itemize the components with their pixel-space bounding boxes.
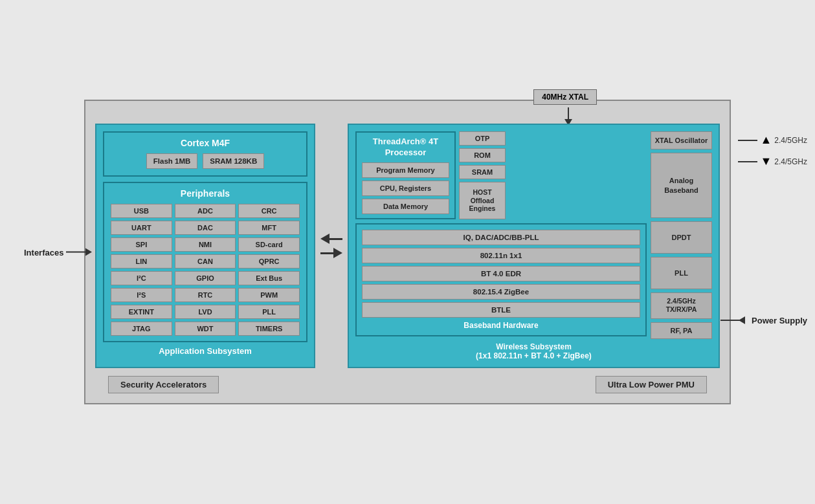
peri-dac: DAC — [175, 221, 236, 235]
sram-item: SRAM — [459, 165, 506, 179]
double-arrow-area — [320, 124, 342, 368]
peri-qprc: QPRC — [238, 254, 300, 268]
peri-extint: EXTINT — [111, 305, 172, 319]
peripherals-box: Peripherals USB ADC CRC UART DAC MFT SPI… — [103, 182, 307, 342]
power-supply-area: Power Supply — [720, 316, 807, 325]
rf-pa: RF, PA — [651, 322, 712, 339]
prog-mem: Program Memory — [362, 162, 449, 178]
dpdt: DPDT — [651, 221, 712, 254]
interfaces-label: Interfaces — [24, 247, 63, 257]
bb-bt: BT 4.0 EDR — [362, 266, 640, 281]
threadarch-box: ThreadArch® 4T Processor Program Memory … — [355, 131, 456, 219]
peri-pll: PLL — [238, 305, 300, 319]
security-accelerators: Security Accelerators — [108, 376, 219, 393]
peri-sdcard: SD-card — [238, 237, 300, 252]
baseband-items: IQ, DAC/ADC/BB-PLL 802.11n 1x1 BT 4.0 ED… — [362, 230, 640, 318]
peri-pwm: PWM — [238, 288, 300, 302]
antenna-1-row: ▲ 2.4/5GHz — [738, 133, 807, 147]
bb-zigbee: 802.15.4 ZigBee — [362, 284, 640, 300]
peri-usb: USB — [111, 204, 172, 218]
peri-extbus: Ext Bus — [238, 271, 300, 285]
threadarch-items: Program Memory CPU, Registers Data Memor… — [362, 162, 449, 214]
baseband-label: Baseband Hardware — [362, 321, 640, 330]
cpu-reg: CPU, Registers — [362, 181, 449, 196]
peri-lin: LIN — [111, 254, 172, 268]
peri-i2c: I²C — [111, 271, 172, 285]
wireless-label: Wireless Subsystem (1x1 802.11n + BT 4.0… — [355, 342, 712, 360]
cortex-title: Cortex M4F — [111, 138, 300, 148]
threadarch-title: ThreadArch® 4T Processor — [362, 137, 449, 159]
peri-crc: CRC — [238, 204, 300, 218]
power-supply-label: Power Supply — [752, 316, 807, 325]
baseband-box: IQ, DAC/ADC/BB-PLL 802.11n 1x1 BT 4.0 ED… — [355, 223, 647, 336]
app-subsystem-label: Application Subsystem — [103, 346, 307, 356]
bottom-row: Security Accelerators Ultra Low Power PM… — [95, 376, 720, 393]
wireless-top-section: ThreadArch® 4T Processor Program Memory … — [355, 131, 647, 219]
bb-iq: IQ, DAC/ADC/BB-PLL — [362, 230, 640, 245]
bb-btle: BTLE — [362, 302, 640, 318]
main-content-row: Cortex M4F Flash 1MB SRAM 128KB Peripher… — [95, 124, 720, 368]
cortex-box: Cortex M4F Flash 1MB SRAM 128KB — [103, 131, 307, 177]
peri-can: CAN — [175, 254, 236, 268]
peri-uart: UART — [111, 221, 172, 235]
xtal-osc: XTAL Oscillator — [651, 131, 712, 149]
xtal-arrow — [564, 107, 572, 126]
peri-mft: MFT — [238, 221, 300, 235]
wireless-subsystem: ThreadArch® 4T Processor Program Memory … — [348, 124, 720, 368]
peri-adc: ADC — [175, 204, 236, 218]
peri-nmi: NMI — [175, 237, 236, 252]
peri-rtc: RTC — [175, 288, 236, 302]
antenna-2-row: ▼ 2.4/5GHz — [738, 155, 807, 168]
cortex-items: Flash 1MB SRAM 128KB — [111, 153, 300, 169]
peri-lvd: LVD — [175, 305, 236, 319]
peri-wdt: WDT — [175, 322, 236, 336]
flash-item: Flash 1MB — [146, 153, 198, 169]
antenna1-label: 2.4/5GHz — [774, 136, 807, 145]
peri-gpio: GPIO — [175, 271, 236, 285]
peripherals-grid: USB ADC CRC UART DAC MFT SPI NMI SD-card… — [111, 204, 300, 336]
interfaces-label-area: Interfaces — [24, 247, 92, 257]
peri-jtag: JTAG — [111, 322, 172, 336]
sram-item: SRAM 128KB — [203, 153, 264, 169]
otp-item: OTP — [459, 131, 506, 146]
memory-host-col: OTP ROM SRAM HOST Offload Engines — [459, 131, 506, 219]
ultra-low-power-pmu: Ultra Low Power PMU — [596, 376, 707, 393]
analog-bb: Analog Baseband — [651, 153, 712, 217]
antennas-area: ▲ 2.4/5GHz ▼ 2.4/5GHz — [738, 133, 807, 168]
rf-column: XTAL Oscillator Analog Baseband DPDT PLL… — [651, 131, 712, 339]
data-mem: Data Memory — [362, 199, 449, 214]
host-offload: HOST Offload Engines — [459, 182, 506, 219]
peri-spi: SPI — [111, 237, 172, 252]
peri-timers: TIMERS — [238, 322, 300, 336]
peri-i2s: I²S — [111, 288, 172, 302]
main-diagram: 40MHz XTAL Interfaces Power Supply ▲ 2.4… — [84, 100, 731, 404]
antenna2-label: 2.4/5GHz — [774, 157, 807, 166]
wireless-inner: ThreadArch® 4T Processor Program Memory … — [355, 131, 712, 339]
wireless-left: ThreadArch® 4T Processor Program Memory … — [355, 131, 647, 339]
rom-item: ROM — [459, 148, 506, 162]
app-subsystem: Cortex M4F Flash 1MB SRAM 128KB Peripher… — [95, 124, 315, 368]
peripherals-title: Peripherals — [111, 188, 300, 199]
tx-rx-pa: 2.4/5GHz TX/RX/PA — [651, 292, 712, 319]
xtal-label: 40MHz XTAL — [533, 89, 597, 105]
bb-80211n: 802.11n 1x1 — [362, 248, 640, 263]
pll: PLL — [651, 257, 712, 289]
